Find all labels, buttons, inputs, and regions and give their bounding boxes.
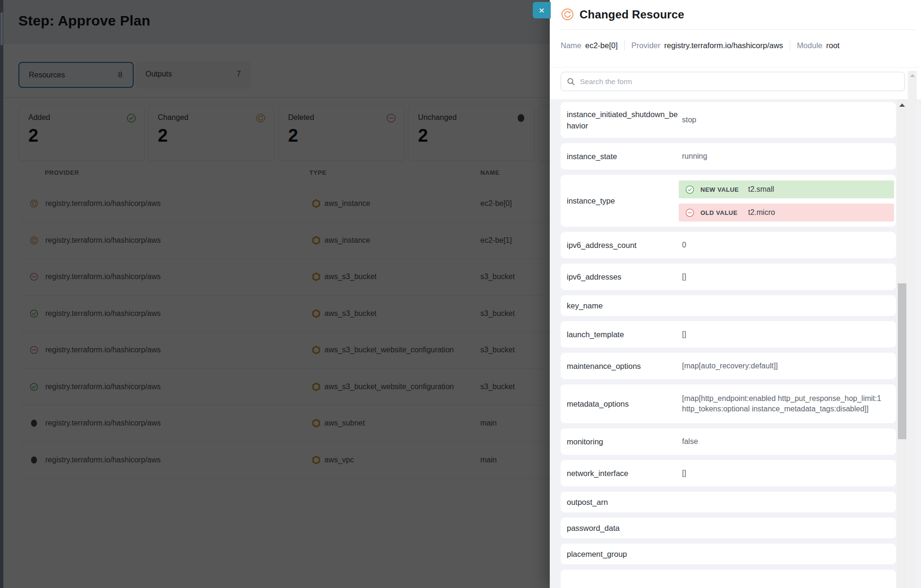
attribute-key: outpost_arn bbox=[567, 496, 679, 508]
search-icon bbox=[567, 77, 575, 86]
check-circle-icon bbox=[685, 185, 694, 194]
close-icon: × bbox=[539, 5, 545, 16]
new-value-label: NEW VALUE bbox=[700, 186, 744, 193]
attribute-row: key_name bbox=[561, 295, 896, 316]
attribute-key: instance_initiated_shutdown_behavior bbox=[567, 109, 679, 131]
scroll-up-icon[interactable] bbox=[899, 103, 905, 107]
attribute-key: key_name bbox=[567, 300, 679, 311]
attribute-value: [] bbox=[682, 468, 888, 478]
modal-backdrop[interactable] bbox=[0, 0, 550, 588]
attribute-key: ipv6_addresses bbox=[567, 271, 679, 282]
search-input[interactable] bbox=[579, 73, 900, 90]
attribute-list: instance_initiated_shutdown_behavior sto… bbox=[550, 99, 921, 588]
attribute-row-partial bbox=[561, 570, 896, 588]
attribute-row: placement_group bbox=[561, 544, 896, 564]
old-value-label: OLD VALUE bbox=[700, 209, 744, 216]
attribute-value: false bbox=[682, 436, 888, 447]
drawer-scrollbar[interactable] bbox=[908, 71, 917, 588]
attribute-key: password_data bbox=[567, 522, 679, 534]
attribute-row: launch_template [] bbox=[561, 321, 896, 348]
attribute-row-instance-type: instance_type NEW VALUE t2.small OLD VAL bbox=[561, 175, 896, 227]
attribute-key: instance_state bbox=[567, 151, 679, 162]
resource-meta: Name ec2-be[0] Provider registry.terrafo… bbox=[561, 40, 840, 51]
attribute-value: [] bbox=[682, 329, 888, 340]
attribute-value: [map[auto_recovery:default]] bbox=[682, 361, 888, 371]
attribute-value: [map[http_endpoint:enabled http_put_resp… bbox=[682, 393, 888, 414]
divider bbox=[561, 29, 916, 30]
attribute-row: network_interface [] bbox=[561, 460, 896, 486]
old-value-chip: OLD VALUE t2.micro bbox=[679, 204, 894, 222]
scroll-up-icon[interactable] bbox=[910, 74, 915, 77]
new-value-chip: NEW VALUE t2.small bbox=[679, 180, 894, 198]
divider bbox=[550, 67, 921, 68]
meta-name-value: ec2-be[0] bbox=[585, 41, 618, 50]
attribute-value: stop bbox=[682, 115, 888, 125]
attribute-key: instance_type bbox=[567, 195, 679, 206]
scrollbar-thumb[interactable] bbox=[898, 283, 906, 439]
divider bbox=[790, 40, 790, 51]
drawer-close-button[interactable]: × bbox=[533, 2, 551, 18]
attribute-row: password_data bbox=[561, 518, 896, 538]
attribute-row: outpost_arn bbox=[561, 492, 896, 512]
attribute-key: monitoring bbox=[567, 436, 679, 447]
attribute-list-scrollbar[interactable] bbox=[897, 99, 907, 588]
attribute-key: launch_template bbox=[567, 329, 679, 340]
attribute-key: network_interface bbox=[567, 468, 679, 479]
meta-provider-value: registry.terraform.io/hashicorp/aws bbox=[664, 41, 783, 50]
window-left-scrollbar bbox=[0, 0, 3, 588]
attribute-row: maintenance_options [map[auto_recovery:d… bbox=[561, 353, 896, 379]
attribute-row: metadata_options [map[http_endpoint:enab… bbox=[561, 384, 896, 423]
meta-provider-label: Provider bbox=[631, 41, 660, 50]
meta-module-label: Module bbox=[797, 41, 822, 50]
value-diff: NEW VALUE t2.small OLD VALUE t2.micro bbox=[679, 180, 894, 222]
changed-resource-drawer: Changed Resource Name ec2-be[0] Provider… bbox=[550, 0, 921, 588]
old-value: t2.micro bbox=[748, 208, 775, 217]
attribute-value: running bbox=[682, 151, 888, 162]
attribute-value: 0 bbox=[682, 240, 888, 250]
attribute-value: [] bbox=[682, 272, 888, 282]
minus-circle-icon bbox=[685, 208, 694, 217]
new-value: t2.small bbox=[748, 185, 774, 194]
attribute-row: instance_initiated_shutdown_behavior sto… bbox=[561, 102, 896, 138]
attribute-key: placement_group bbox=[567, 548, 679, 560]
attribute-key: metadata_options bbox=[567, 398, 679, 409]
drawer-title: Changed Resource bbox=[580, 8, 684, 21]
attribute-row: ipv6_address_count 0 bbox=[561, 232, 896, 258]
attribute-row: ipv6_addresses [] bbox=[561, 264, 896, 290]
attribute-row: monitoring false bbox=[561, 428, 896, 455]
attribute-row: instance_state running bbox=[561, 143, 896, 170]
attribute-key: ipv6_address_count bbox=[567, 239, 679, 251]
search-box bbox=[561, 72, 905, 91]
window-left-scrollbar-thumb[interactable] bbox=[0, 12, 3, 45]
refresh-circle-icon bbox=[561, 8, 574, 21]
divider bbox=[624, 40, 625, 51]
attribute-key: maintenance_options bbox=[567, 360, 679, 372]
meta-module-value: root bbox=[826, 41, 839, 50]
meta-name-label: Name bbox=[561, 41, 581, 50]
